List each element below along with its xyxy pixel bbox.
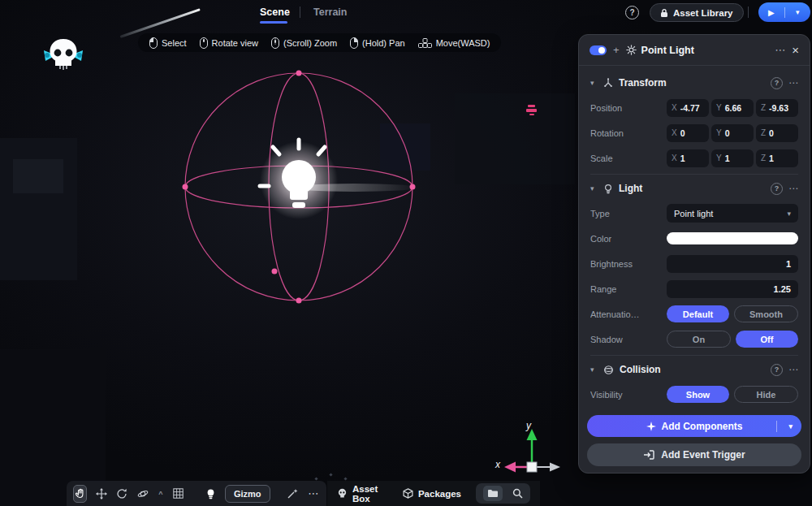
scale-x-value: 1	[680, 154, 685, 163]
position-x-value: -4.77	[680, 103, 700, 113]
mouse-middle-icon	[200, 37, 208, 49]
hint-move: Move(WASD)	[418, 38, 490, 48]
collapse-caret-icon[interactable]: ▾	[590, 184, 598, 192]
transform-help-icon[interactable]: ?	[771, 77, 783, 89]
rotate-tool[interactable]	[115, 485, 129, 503]
mascot-logo	[37, 32, 89, 81]
position-x-field[interactable]: X-4.77	[667, 99, 709, 117]
point-light-icon	[626, 45, 637, 55]
play-button[interactable]: ▶ ▾	[758, 2, 810, 22]
collision-header: ▾ Collision ? ⋯	[590, 357, 798, 382]
axis-y-prefix: Y	[716, 103, 722, 112]
rotation-y-value: 0	[725, 128, 730, 138]
add-event-trigger-button[interactable]: Add Event Trigger	[587, 443, 801, 466]
color-swatch[interactable]	[667, 232, 798, 244]
position-y-field[interactable]: Y6.66	[711, 99, 754, 117]
toolbar-collapse-chevron-icon[interactable]: ^	[157, 485, 164, 503]
orbit-tool[interactable]	[136, 485, 150, 503]
scale-z-value: 1	[769, 154, 774, 163]
rotation-label: Rotation	[590, 128, 624, 138]
section-light: ▾ Light ? ⋯ Type Point light ▾ Color	[590, 174, 798, 352]
light-header: ▾ Light ? ⋯	[590, 176, 798, 201]
inspector-title-group: Point Light	[626, 45, 694, 56]
play-dropdown-chevron-icon[interactable]: ▾	[785, 8, 811, 16]
shadow-on-button[interactable]: On	[667, 331, 731, 348]
app-root: Scene Terrain ? Asset Library ▶ ▾ Select…	[0, 0, 812, 506]
inspector-title: Point Light	[641, 45, 694, 56]
position-z-value: -9.63	[769, 103, 788, 113]
brightness-field[interactable]: 1	[667, 255, 798, 273]
asset-library-label: Asset Library	[673, 8, 733, 18]
light-type-dropdown[interactable]: Point light ▾	[667, 204, 798, 223]
scale-y-field[interactable]: Y1	[711, 149, 754, 167]
tab-terrain[interactable]: Terrain	[313, 6, 347, 18]
tab-divider	[300, 6, 300, 18]
color-label: Color	[590, 234, 611, 244]
position-row: Position X-4.77 Y6.66 Z-9.63	[590, 95, 798, 120]
position-z-field[interactable]: Z-9.63	[756, 99, 798, 117]
scale-x-field[interactable]: X1	[667, 149, 709, 167]
rotation-x-field[interactable]: X0	[667, 124, 709, 142]
axis-y-prefix: Y	[716, 154, 722, 162]
bulb-icon	[205, 488, 216, 500]
collapse-caret-icon[interactable]: ▾	[590, 365, 598, 374]
panel-more-icon[interactable]: ⋯	[775, 45, 785, 55]
active-toggle[interactable]	[590, 45, 607, 55]
wasd-keys-icon	[418, 38, 432, 48]
move-tool[interactable]	[94, 485, 108, 503]
attenuation-smooth-button[interactable]: Smooth	[734, 305, 798, 322]
transform-toolbar: ^ Gizmo ⋯	[67, 481, 326, 506]
mouse-left-icon	[149, 37, 158, 49]
play-icon[interactable]: ▶	[758, 8, 784, 17]
rotation-z-field[interactable]: Z0	[756, 124, 798, 142]
magic-wand-tool[interactable]	[286, 485, 300, 503]
hint-zoom: (Scroll) Zoom	[271, 37, 337, 49]
packages-label: Packages	[418, 489, 461, 499]
type-row: Type Point light ▾	[590, 201, 798, 226]
y-axis-label: y	[526, 420, 531, 431]
asset-box-label: Asset Box	[352, 484, 388, 504]
collision-title: Collision	[620, 364, 661, 375]
light-toggle-tool[interactable]	[204, 485, 218, 503]
asset-library-button[interactable]: Asset Library	[650, 3, 744, 22]
axis-center-handle	[527, 462, 537, 472]
help-icon[interactable]: ?	[625, 6, 639, 19]
packages-button[interactable]: Packages	[403, 488, 461, 499]
visibility-show-button[interactable]: Show	[667, 386, 729, 403]
axis-z-prefix: Z	[761, 103, 766, 112]
rotation-y-field[interactable]: Y0	[711, 124, 754, 142]
gizmo-button[interactable]: Gizmo	[225, 485, 270, 503]
grid-tool[interactable]	[171, 485, 185, 503]
light-help-icon[interactable]: ?	[771, 183, 783, 195]
add-icon[interactable]: +	[613, 45, 620, 55]
axis-z-prefix: Z	[761, 154, 766, 162]
toolbar-more-icon[interactable]: ⋯	[306, 485, 320, 503]
shadow-off-button[interactable]: Off	[736, 331, 798, 348]
pan-hand-tool[interactable]	[73, 485, 87, 503]
attenuation-default-button[interactable]: Default	[667, 305, 729, 322]
attenuation-label: Attenuatio…	[590, 309, 640, 319]
mouse-right-icon	[350, 37, 358, 49]
view-axis-gizmo[interactable]: y x	[487, 418, 585, 506]
scale-z-field[interactable]: Z1	[756, 149, 798, 167]
transform-more-icon[interactable]: ⋯	[788, 77, 798, 89]
position-y-value: 6.66	[725, 103, 741, 113]
visibility-hide-button[interactable]: Hide	[734, 386, 798, 403]
sparkle-icon	[646, 422, 656, 431]
collision-more-icon[interactable]: ⋯	[788, 364, 798, 375]
light-more-icon[interactable]: ⋯	[788, 183, 798, 194]
panel-close-icon[interactable]: ×	[792, 44, 799, 56]
add-components-chevron-icon[interactable]: ▾	[788, 422, 793, 430]
hint-label: Rotate view	[212, 38, 258, 48]
collision-help-icon[interactable]: ?	[771, 364, 783, 376]
collapse-caret-icon[interactable]: ▾	[590, 79, 598, 87]
hint-label: (Hold) Pan	[362, 38, 405, 48]
tab-scene[interactable]: Scene	[260, 6, 290, 18]
range-field[interactable]: 1.25	[667, 280, 798, 298]
add-components-button[interactable]: Add Components ▾	[587, 415, 801, 437]
transform-header: ▾ Transform ? ⋯	[590, 71, 798, 95]
mouse-scroll-icon	[271, 37, 279, 49]
viewport-hint-toolbar: Select Rotate view (Scroll) Zoom (Hold) …	[138, 33, 501, 52]
topbar-divider	[748, 6, 749, 18]
asset-box-button[interactable]: Asset Box	[337, 484, 388, 504]
